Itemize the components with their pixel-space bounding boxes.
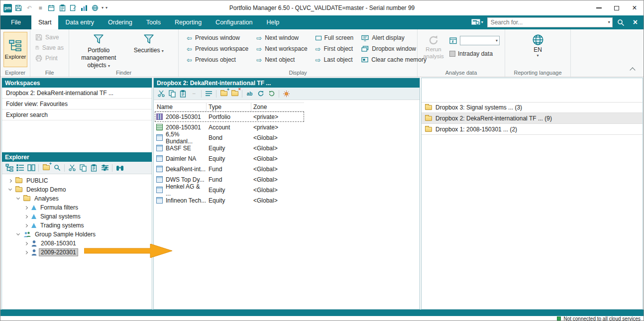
tab-help[interactable]: Help <box>259 15 286 29</box>
dropbox-list-item[interactable]: Dropbox 3: Signal systems ... (3) <box>422 102 643 113</box>
close-document-button[interactable]: × <box>629 18 642 26</box>
table-row[interactable]: 2008-150301 Portfolio <private> <box>155 111 304 122</box>
minimize-button[interactable] <box>590 1 608 15</box>
tab-data-entry[interactable]: Data entry <box>58 15 101 29</box>
stop-icon[interactable]: ■ <box>36 3 45 12</box>
column-header-type[interactable]: Type <box>207 103 251 111</box>
clipboard-icon[interactable] <box>58 3 67 12</box>
save-button[interactable]: Save <box>35 34 64 41</box>
chevron-down-icon[interactable] <box>16 232 20 235</box>
table-row[interactable]: BASF SE Equity <Global> <box>155 143 304 153</box>
search-button[interactable] <box>615 19 627 26</box>
workspace-item[interactable]: Dropbox 2: DekaRent-international TF ... <box>2 88 152 99</box>
tab-file[interactable]: File <box>0 15 31 29</box>
customize-quick-access-icon[interactable]: ▾ <box>106 6 107 10</box>
globe-icon[interactable] <box>91 3 100 12</box>
rename-icon[interactable]: ab <box>245 89 254 99</box>
maximize-button[interactable] <box>608 1 626 15</box>
copy-icon[interactable] <box>167 89 177 99</box>
copy-icon[interactable] <box>78 163 88 173</box>
workspace-item[interactable]: Explorer search <box>2 109 152 120</box>
tree-item-signal-systems[interactable]: Signal systems <box>2 212 152 221</box>
chevron-right-icon[interactable] <box>24 241 28 245</box>
table-row[interactable]: 6,5% Bundanl... Bond <Global> <box>155 132 304 143</box>
chevron-right-icon[interactable] <box>24 206 28 209</box>
table-row[interactable]: DekaRent-int... Fund <Global> <box>155 164 304 174</box>
table-row[interactable]: Infineon Tech... Equity <Global> <box>155 195 304 206</box>
chevron-down-icon[interactable] <box>16 196 20 200</box>
dropdown-caret-icon[interactable]: ▾ <box>102 6 104 10</box>
remove-icon[interactable]: − <box>189 89 199 99</box>
chevron-down-icon[interactable] <box>8 187 12 191</box>
full-screen-button[interactable]: Full screen <box>316 34 354 41</box>
new-folder-icon[interactable]: + <box>41 163 51 173</box>
tree-item-desktop-demo[interactable]: Desktop Demo <box>2 185 152 194</box>
tab-start[interactable]: Start <box>31 15 58 29</box>
notes-icon[interactable] <box>69 3 78 12</box>
alert-display-button[interactable]: Alert display <box>361 34 427 41</box>
portfolio-management-objects-button[interactable]: Portfolio management objects ▾ <box>75 32 122 69</box>
tree-item-formula-filters[interactable]: Formula filters <box>2 203 152 212</box>
clear-cache-memory-button[interactable]: Clear cache memory <box>361 56 427 63</box>
dropbox-window-button[interactable]: Dropbox window <box>361 45 427 52</box>
chevron-right-icon[interactable] <box>24 223 28 227</box>
dropbox-list-item-selected[interactable]: Dropbox 2: DekaRent-international TF ...… <box>422 113 643 124</box>
search-input[interactable] <box>488 19 608 26</box>
column-header-name[interactable]: Name <box>155 103 207 111</box>
first-object-button[interactable]: ⇨First object <box>316 45 354 52</box>
chevron-right-icon[interactable] <box>24 250 28 254</box>
cards-view-icon[interactable] <box>26 163 36 173</box>
workspace-item[interactable]: Folder view: Favourites <box>2 99 152 109</box>
previous-workspace-button[interactable]: ⇦Previous workspace <box>187 45 248 52</box>
chart-icon[interactable] <box>80 3 89 12</box>
search-history-caret-icon[interactable]: ▾ <box>608 20 612 24</box>
paste-icon[interactable] <box>178 89 188 99</box>
intraday-data-checkbox[interactable] <box>449 51 455 57</box>
column-header-zone[interactable]: Zone <box>251 103 304 111</box>
binoculars-icon[interactable] <box>115 163 124 173</box>
tab-configuration[interactable]: Configuration <box>209 15 259 29</box>
tab-ordering[interactable]: Ordering <box>101 15 139 29</box>
securities-button[interactable]: Securities ▾ <box>125 32 173 69</box>
tab-reporting[interactable]: Reporting <box>168 15 209 29</box>
undo-icon[interactable]: ↶ <box>25 3 34 12</box>
save-as-button[interactable]: Save as <box>35 44 64 51</box>
table-row[interactable]: Henkel AG & ... Equity <Global> <box>155 185 304 195</box>
chevron-right-icon[interactable] <box>24 214 28 218</box>
next-object-button[interactable]: ⇨Next object <box>256 56 307 63</box>
cut-icon[interactable] <box>156 89 166 99</box>
close-button[interactable]: × <box>626 1 644 15</box>
previous-object-button[interactable]: ⇦Previous object <box>187 56 248 63</box>
refresh-icon[interactable] <box>256 89 265 99</box>
tree-item-group-sample-holders[interactable]: Group Sample Holders <box>2 230 152 239</box>
cut-icon[interactable] <box>67 163 77 173</box>
tab-tools[interactable]: Tools <box>139 15 168 29</box>
chevron-right-icon[interactable] <box>8 179 12 182</box>
dropbox-list-item[interactable]: Dropbox 1: 2008-150301 ... (2) <box>422 124 643 135</box>
reporting-language-button[interactable]: EN ▾ <box>508 31 567 66</box>
next-workspace-button[interactable]: ⇨Next workspace <box>256 45 307 52</box>
list-view-icon[interactable] <box>15 163 25 173</box>
last-object-button[interactable]: ⇨Last object <box>316 56 354 63</box>
tree-item-public[interactable]: PUBLIC <box>2 176 152 185</box>
print-button[interactable]: Print <box>35 55 64 62</box>
table-row[interactable]: Daimler NA Equity <Global> <box>155 153 304 164</box>
previous-window-button[interactable]: ⇦Previous window <box>187 34 248 41</box>
delete-folder-icon[interactable]: × <box>230 89 239 99</box>
tree-item-analyses[interactable]: Analyses <box>2 194 152 203</box>
filter-settings-icon[interactable] <box>100 163 109 173</box>
search-scope-button[interactable]: ▾ <box>470 18 485 27</box>
save-icon[interactable] <box>14 3 23 12</box>
list-icon[interactable] <box>204 89 214 99</box>
next-window-button[interactable]: ⇨Next window <box>256 34 307 41</box>
intraday-interval-select[interactable]: ▾ <box>460 36 500 45</box>
search-icon[interactable] <box>52 163 62 173</box>
tree-view-icon[interactable] <box>4 163 14 173</box>
new-folder-icon[interactable]: + <box>219 89 228 99</box>
rerun-analysis-button[interactable]: Rerun analysis <box>423 32 444 60</box>
settings-gear-icon[interactable] <box>282 89 291 99</box>
explorer-button[interactable]: Explorer <box>3 32 27 67</box>
paste-icon[interactable] <box>89 163 99 173</box>
sync-icon[interactable] <box>267 89 276 99</box>
calendar-icon[interactable] <box>47 3 56 12</box>
